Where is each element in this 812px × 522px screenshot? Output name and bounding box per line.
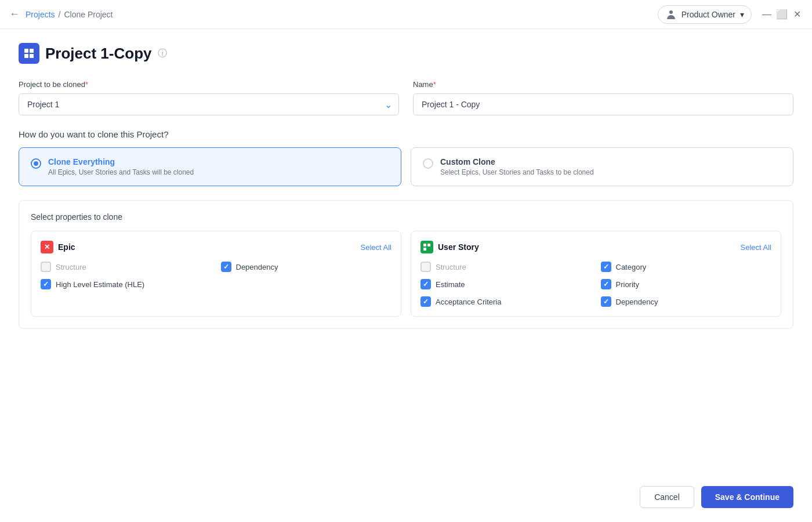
save-continue-button[interactable]: Save & Continue <box>701 486 793 508</box>
page-title: Project 1-Copy <box>45 45 152 63</box>
minimize-button[interactable]: — <box>761 9 773 20</box>
name-label: Name* <box>413 80 793 89</box>
epic-dependency-item: Dependency <box>221 262 392 272</box>
user-story-select-all[interactable]: Select All <box>741 243 771 252</box>
epic-title-label: Epic <box>58 242 75 252</box>
project-select[interactable]: Project 1 <box>19 93 399 115</box>
us-dependency-item: Dependency <box>601 296 772 307</box>
clone-everything-desc: All Epics, User Stories and Tasks will b… <box>48 168 194 176</box>
us-priority-item: Priority <box>601 279 772 289</box>
epic-hle-checkbox[interactable] <box>41 279 51 289</box>
svg-rect-4 <box>423 244 426 246</box>
top-right-controls: Product Owner ▾ — ⬜ ✕ <box>658 5 803 24</box>
breadcrumb-projects-link[interactable]: Projects <box>26 10 55 19</box>
custom-clone-option[interactable]: Custom Clone Select Epics, User Stories … <box>411 147 793 186</box>
epic-structure-checkbox[interactable] <box>41 262 51 272</box>
window-controls: — ⬜ ✕ <box>761 9 803 20</box>
epic-dependency-checkbox[interactable] <box>221 262 231 272</box>
main-content: Project 1-Copy ⓘ Project to be cloned* P… <box>0 29 812 522</box>
us-structure-item: Structure <box>420 262 592 272</box>
back-button[interactable]: ← <box>9 8 20 20</box>
svg-rect-3 <box>30 54 34 58</box>
avatar-icon <box>665 9 677 20</box>
svg-rect-0 <box>24 49 28 53</box>
us-priority-label: Priority <box>616 280 639 289</box>
epic-icon: ✕ <box>41 241 53 253</box>
project-label: Project to be cloned* <box>19 80 399 89</box>
top-bar: ← Projects / Clone Project Product Owner… <box>0 0 812 29</box>
us-structure-checkbox[interactable] <box>420 262 431 272</box>
cancel-button[interactable]: Cancel <box>640 486 694 508</box>
us-acceptance-checkbox[interactable] <box>420 296 431 307</box>
svg-rect-5 <box>427 244 430 246</box>
clone-everything-radio[interactable] <box>31 158 41 169</box>
us-acceptance-item: Acceptance Criteria <box>420 296 592 307</box>
clone-everything-option[interactable]: Clone Everything All Epics, User Stories… <box>19 147 401 186</box>
maximize-button[interactable]: ⬜ <box>776 9 788 20</box>
custom-clone-title: Custom Clone <box>440 157 594 166</box>
epic-card-header: ✕ Epic Select All <box>41 241 392 253</box>
epic-structure-item: Structure <box>41 262 212 272</box>
custom-clone-desc: Select Epics, User Stories and Tasks to … <box>440 168 594 176</box>
clone-everything-title: Clone Everything <box>48 157 194 166</box>
name-field-group: Name* <box>413 80 793 115</box>
epic-checkboxes: Structure Dependency High Level Estimate… <box>41 262 392 289</box>
user-label: Product Owner <box>682 10 735 19</box>
epic-card-title: ✕ Epic <box>41 241 75 253</box>
properties-grid: ✕ Epic Select All Structure Dependency <box>31 231 781 317</box>
epic-select-all[interactable]: Select All <box>361 243 392 252</box>
epic-hle-label: High Level Estimate (HLE) <box>56 280 144 289</box>
svg-rect-2 <box>24 54 28 58</box>
custom-clone-radio[interactable] <box>423 158 433 169</box>
us-estimate-label: Estimate <box>436 280 465 289</box>
us-category-item: Category <box>601 262 772 272</box>
svg-rect-6 <box>423 248 426 251</box>
us-category-label: Category <box>616 263 647 271</box>
project-select-wrapper: Project 1 ⌄ <box>19 93 399 115</box>
page-header: Project 1-Copy ⓘ <box>19 43 793 64</box>
page-icon <box>19 43 39 64</box>
close-button[interactable]: ✕ <box>791 9 803 20</box>
user-menu[interactable]: Product Owner ▾ <box>658 5 752 24</box>
us-acceptance-label: Acceptance Criteria <box>436 298 501 306</box>
us-dependency-checkbox[interactable] <box>601 296 611 307</box>
chevron-down-icon: ▾ <box>740 10 744 19</box>
name-required: * <box>433 80 436 89</box>
properties-container: Select properties to clone ✕ Epic Select… <box>19 200 793 329</box>
clone-options: Clone Everything All Epics, User Stories… <box>19 147 793 186</box>
us-estimate-checkbox[interactable] <box>420 279 431 289</box>
project-field-group: Project to be cloned* Project 1 ⌄ <box>19 80 399 115</box>
footer: Cancel Save & Continue <box>19 477 793 508</box>
epic-card: ✕ Epic Select All Structure Dependency <box>31 231 401 317</box>
name-input[interactable] <box>413 93 793 115</box>
user-story-card-title: User Story <box>420 241 479 253</box>
user-story-icon <box>420 241 433 253</box>
properties-label: Select properties to clone <box>31 212 781 222</box>
breadcrumb-separator: / <box>59 10 61 19</box>
breadcrumb: ← Projects / Clone Project <box>9 8 113 20</box>
us-dependency-label: Dependency <box>616 298 658 306</box>
svg-rect-1 <box>30 49 34 53</box>
info-icon[interactable]: ⓘ <box>158 48 167 60</box>
form-row: Project to be cloned* Project 1 ⌄ Name* <box>19 80 793 115</box>
user-story-card-header: User Story Select All <box>420 241 771 253</box>
breadcrumb-current: Clone Project <box>64 10 113 19</box>
us-estimate-item: Estimate <box>420 279 592 289</box>
us-priority-checkbox[interactable] <box>601 279 611 289</box>
project-required: * <box>85 80 88 89</box>
clone-everything-content: Clone Everything All Epics, User Stories… <box>48 157 194 176</box>
epic-structure-label: Structure <box>56 263 86 271</box>
us-category-checkbox[interactable] <box>601 262 611 272</box>
user-story-checkboxes: Structure Category Estimate Priority <box>420 262 771 307</box>
custom-clone-content: Custom Clone Select Epics, User Stories … <box>440 157 594 176</box>
us-structure-label: Structure <box>436 263 466 271</box>
clone-section-label: How do you want to clone this Project? <box>19 129 793 139</box>
user-story-card: User Story Select All Structure Category <box>411 231 781 317</box>
epic-hle-item: High Level Estimate (HLE) <box>41 279 212 289</box>
user-story-title-label: User Story <box>438 242 479 252</box>
epic-dependency-label: Dependency <box>236 263 278 271</box>
project-icon <box>23 48 35 59</box>
